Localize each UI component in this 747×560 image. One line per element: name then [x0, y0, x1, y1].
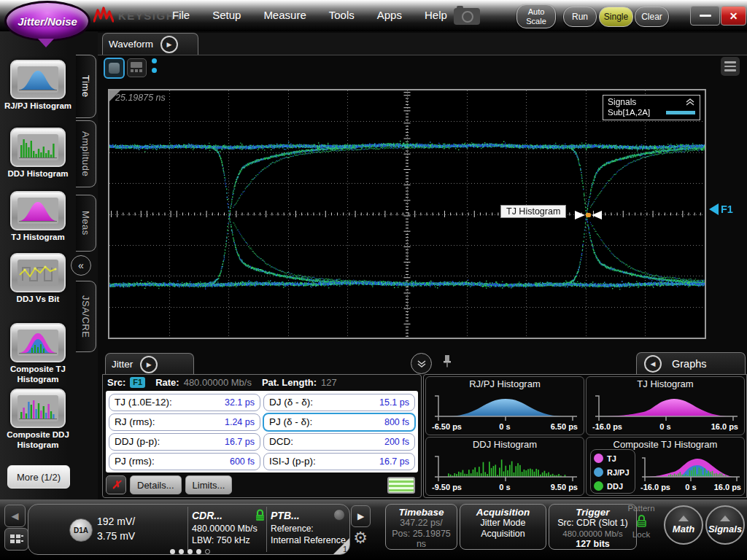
channel-grid-button[interactable] — [4, 528, 28, 551]
app-logo-text: Jitter/Noise — [18, 15, 77, 28]
measurement-cell-tj[interactable]: TJ (1.0E-12):32.1 ps — [109, 394, 260, 411]
signals-label: Signals — [708, 524, 742, 534]
graphs-tab-menu-icon[interactable]: ◀ — [644, 355, 662, 373]
f1-function-marker[interactable]: F1 — [709, 203, 733, 215]
measurement-cell-isij[interactable]: ISI-J (p-p):16.7 ps — [263, 453, 415, 470]
measurement-cell-pj-dd[interactable]: PJ (δ - δ):800 fs — [263, 413, 416, 432]
auto-scale-button[interactable]: Auto Scale — [516, 4, 556, 28]
palette-label: RJ/PJ Histogram — [0, 101, 76, 112]
graph-card-tj-histogram[interactable]: TJ Histogram -16.0 ps0 s16.0 ps — [586, 376, 745, 435]
palette-item-composite-ddj-histogram[interactable]: Composite DDJ Histogram — [0, 389, 76, 451]
math-expand-icon — [678, 516, 689, 521]
math-button[interactable]: Math — [664, 505, 703, 545]
measurement-cell-ddj[interactable]: DDJ (p-p):16.7 ps — [109, 433, 260, 451]
run-button[interactable]: Run — [563, 7, 597, 27]
palette-item-composite-tj-histogram[interactable]: Composite TJ Histogram — [0, 323, 76, 385]
grid-view-button[interactable] — [127, 58, 147, 77]
eye-canvas[interactable] — [109, 90, 705, 338]
palette-item-tj-histogram[interactable]: TJ Histogram — [0, 191, 76, 243]
scroll-left-button[interactable]: ◀ — [4, 505, 26, 527]
cdr-section[interactable]: CDR... 480.00000 Mb/s LBW: 750 kHz — [192, 509, 265, 545]
app-logo-dropdown-icon[interactable] — [38, 39, 54, 47]
trigger-bits: 127 bits — [549, 539, 636, 550]
palette-item-ddj-vs-bit[interactable]: DDJ Vs Bit — [0, 253, 76, 305]
menu-tools[interactable]: Tools — [329, 9, 355, 21]
measurement-cell-pj-rms[interactable]: PJ (rms):600 fs — [109, 453, 260, 470]
tab-meas[interactable]: Meas — [76, 195, 96, 252]
app-logo[interactable]: Jitter/Noise — [4, 1, 90, 42]
details-button[interactable]: Details... — [130, 475, 182, 494]
measurement-cell-rj[interactable]: RJ (rms):1.24 ps — [109, 413, 260, 431]
palette-label: Composite TJ Histogram — [0, 365, 76, 385]
single-view-icon — [109, 63, 120, 74]
legend-color-swatch — [666, 111, 695, 114]
eye-diagram-plot[interactable]: 25.19875 ns Signals Sub[1A,2A] TJ Histog… — [108, 89, 706, 339]
scroll-right-button[interactable]: ▶ — [351, 505, 371, 527]
jitter-results-panel: Src: F1 Rate: 480.00000 Mb/s Pat. Length… — [102, 374, 422, 498]
graphs-tab-label: Graphs — [672, 358, 707, 370]
measurement-cell-dcd[interactable]: DCD:200 fs — [263, 433, 415, 451]
plot-position-label: 25.19875 ns — [115, 93, 166, 103]
pin-panel-icon[interactable] — [441, 354, 453, 370]
f1-marker-label: F1 — [721, 203, 733, 215]
measurement-cell-dj[interactable]: DJ (δ - δ):15.1 ps — [263, 394, 415, 411]
graph-title: DDJ Histogram — [426, 439, 584, 450]
graph-title: RJ/PJ Histogram — [426, 378, 584, 389]
graph-card-rjpj-histogram[interactable]: RJ/PJ Histogram -6.50 ps0 s6.50 ps — [425, 376, 584, 435]
tab-time[interactable]: Time — [76, 55, 96, 118]
single-view-button[interactable] — [104, 58, 125, 79]
signals-button[interactable]: Signals — [705, 505, 745, 545]
waveform-menu-button[interactable] — [721, 57, 740, 76]
waveform-tab-menu-icon[interactable]: ▶ — [160, 36, 178, 53]
tab-jitter[interactable]: Jitter ▶ — [105, 353, 194, 375]
menu-setup[interactable]: Setup — [212, 9, 241, 21]
trigger-panel[interactable]: Trigger Src: CDR (Slot 1) 480.00000 Mb/s… — [549, 504, 637, 550]
graph-card-ddj-histogram[interactable]: DDJ Histogram -9.50 ps0 s9.50 ps — [425, 437, 584, 496]
src-label: Src: — [107, 377, 125, 388]
tab-graphs[interactable]: ◀ Graphs — [636, 352, 746, 375]
menu-apps[interactable]: Apps — [377, 9, 402, 21]
tab-amplitude[interactable]: Amplitude — [76, 120, 96, 187]
composite-tj-histogram-icon — [10, 323, 66, 362]
menu-help[interactable]: Help — [425, 9, 447, 21]
cdr-lock-icon — [254, 509, 266, 521]
f1-marker-icon — [709, 203, 719, 215]
tab-jsa-cre[interactable]: JSA/CRE — [76, 281, 96, 352]
tab-waveform[interactable]: Waveform ▶ — [102, 33, 198, 55]
close-button[interactable]: ✕ — [721, 6, 746, 26]
close-jitter-button[interactable]: ✗ — [106, 475, 126, 494]
tj-histogram-annotation[interactable]: TJ Histogram — [500, 205, 566, 218]
graph-card-composite-tj-histogram[interactable]: Composite TJ Histogram TJ RJ/PJ DDJ — [586, 437, 745, 496]
timebase-panel[interactable]: Timebase 347.22 ps/ Pos: 25.19875 ns — [385, 504, 457, 550]
graph-x-axis-ticks: -6.50 ps0 s6.50 ps — [432, 422, 578, 432]
view-indicator-dots[interactable] — [152, 58, 157, 77]
palette-label: Composite DDJ Histogram — [0, 430, 76, 451]
channel-d1a-badge[interactable]: D1A — [69, 518, 93, 542]
palette-item-ddj-histogram[interactable]: DDJ Histogram — [0, 128, 76, 179]
more-palette-button[interactable]: More (1/2) — [7, 465, 70, 489]
keysight-brand: KEYSIGHT — [93, 7, 183, 24]
acquisition-panel[interactable]: Acquisition Jitter Mode Acquisition — [460, 504, 546, 550]
signals-legend[interactable]: Signals Sub[1A,2A] — [603, 95, 700, 120]
channel-status-panel[interactable]: D1A 192 mV/ 3.75 mV CDR... 480.00000 Mb/… — [28, 504, 350, 555]
collapse-palette-button[interactable]: « — [71, 255, 91, 276]
menu-file[interactable]: File — [172, 9, 190, 21]
screenshot-camera-icon[interactable] — [454, 8, 480, 25]
legend-entry-label: Sub[1A,2A] — [608, 108, 650, 117]
settings-gear-icon[interactable]: ⚙ — [349, 527, 371, 549]
jitter-measurement-table: TJ (1.0E-12):32.1 ps DJ (δ - δ):15.1 ps … — [106, 391, 418, 472]
chevron-up-icon[interactable] — [685, 98, 695, 106]
waveform-tab-label: Waveform — [109, 39, 153, 50]
palette-label: DDJ Vs Bit — [0, 295, 76, 305]
clear-button[interactable]: Clear — [635, 7, 669, 27]
single-button[interactable]: Single — [599, 7, 633, 27]
menu-measure[interactable]: Measure — [263, 9, 306, 21]
src-f1-badge[interactable]: F1 — [130, 377, 145, 388]
panel-pagination-dots[interactable] — [170, 549, 210, 554]
minimize-button[interactable] — [690, 6, 720, 26]
collapse-results-button[interactable] — [411, 353, 432, 374]
palette-item-rjpj-histogram[interactable]: RJ/PJ Histogram — [0, 60, 76, 112]
limits-button[interactable]: Limits... — [185, 475, 233, 494]
graph-x-axis-ticks: -9.50 ps0 s9.50 ps — [432, 483, 578, 493]
jitter-tab-menu-icon[interactable]: ▶ — [140, 356, 158, 373]
